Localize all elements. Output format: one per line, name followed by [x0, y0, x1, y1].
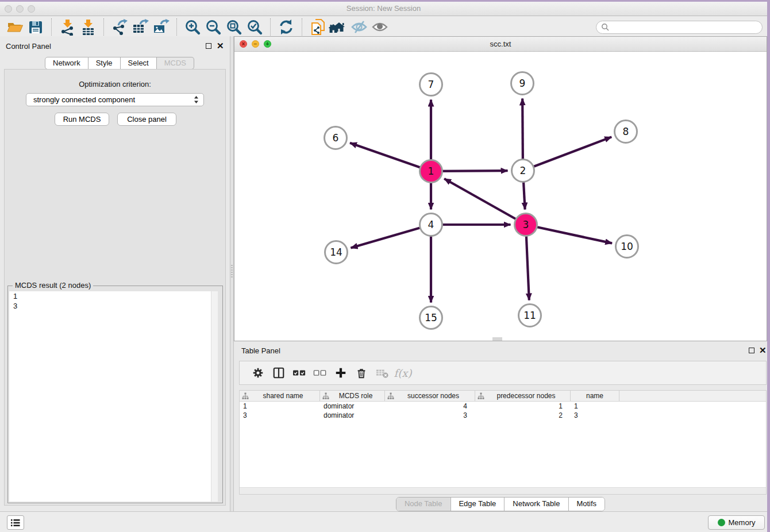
network-file-button[interactable]	[307, 18, 328, 37]
close-panel-icon[interactable]: ✕	[217, 43, 224, 49]
graph-node-7[interactable]: 7	[420, 74, 442, 96]
refresh-button[interactable]	[276, 18, 297, 37]
gear-icon	[252, 367, 264, 379]
table-cell[interactable]: 3	[571, 411, 619, 420]
splitter-grip-icon[interactable]	[231, 265, 233, 279]
graph-edge-2-8[interactable]	[523, 137, 611, 171]
tab-mcds[interactable]: MCDS	[157, 57, 194, 70]
plus-icon	[334, 367, 347, 379]
search-input[interactable]	[613, 23, 757, 32]
delete-table-button[interactable]	[372, 364, 392, 381]
column-header-shared-name[interactable]: shared name	[240, 391, 320, 401]
graph-node-9[interactable]: 9	[511, 72, 534, 95]
graph-edge-1-6[interactable]	[350, 143, 431, 171]
tab-select[interactable]: Select	[121, 57, 157, 70]
export-table-button[interactable]	[130, 18, 151, 37]
show-details-button[interactable]	[369, 18, 390, 37]
table-settings-button[interactable]	[248, 364, 268, 381]
save-session-button[interactable]	[25, 18, 46, 37]
network-maximize-button[interactable]: +	[264, 40, 271, 48]
table-cell[interactable]: 1	[240, 402, 320, 411]
float-panel-icon[interactable]	[206, 43, 211, 49]
graph-node-4[interactable]: 4	[420, 214, 442, 236]
network-graph[interactable]: 7968124314101511	[234, 52, 767, 341]
zoom-selected-button[interactable]	[244, 18, 265, 37]
optimization-criterion-select[interactable]: strongly connected component	[26, 93, 204, 106]
table-cell[interactable]: 4	[385, 402, 475, 411]
table-cell[interactable]: 3	[240, 411, 320, 420]
deselect-all-columns-button[interactable]	[310, 364, 330, 381]
open-session-button[interactable]	[5, 18, 25, 37]
column-header-mcds-role[interactable]: MCDS role	[320, 391, 385, 401]
task-history-button[interactable]	[7, 515, 24, 530]
table-cell[interactable]: dominator	[320, 402, 385, 411]
canvas-resize-grip[interactable]	[492, 337, 502, 341]
close-table-panel-icon[interactable]: ✕	[759, 347, 767, 354]
graph-node-8[interactable]: 8	[615, 121, 637, 143]
graph-node-6[interactable]: 6	[325, 127, 347, 149]
tab-motifs[interactable]: Motifs	[568, 498, 605, 511]
table-hscroll-area[interactable]	[240, 487, 766, 494]
column-header-name[interactable]: name	[571, 391, 619, 401]
tab-network-table[interactable]: Network Table	[504, 498, 568, 511]
table-row[interactable]: 1dominator411	[240, 402, 766, 411]
table-cell[interactable]: dominator	[320, 411, 385, 420]
graph-node-11[interactable]: 11	[519, 304, 541, 327]
mcds-result-list[interactable]: 13	[9, 291, 218, 502]
column-header-predecessor-nodes[interactable]: predecessor nodes	[475, 391, 571, 401]
zoom-fit-button[interactable]	[224, 18, 244, 37]
import-network-button[interactable]	[57, 18, 78, 37]
memory-button[interactable]: Memory	[708, 515, 765, 530]
main-toolbar	[0, 17, 767, 38]
home-view-button[interactable]	[328, 18, 349, 37]
export-network-button[interactable]	[109, 18, 130, 37]
network-close-button[interactable]: ×	[240, 40, 247, 48]
table-cell[interactable]: 1	[571, 402, 619, 411]
zoom-out-icon	[205, 18, 222, 36]
panel-splitter[interactable]	[230, 36, 234, 511]
maximize-window-button[interactable]	[28, 5, 35, 13]
tab-network[interactable]: Network	[45, 57, 88, 70]
show-columns-button[interactable]	[268, 364, 289, 381]
graph-node-2[interactable]: 2	[512, 160, 534, 182]
search-box[interactable]	[596, 21, 763, 34]
float-table-panel-icon[interactable]	[749, 348, 754, 353]
network-window-titlebar[interactable]: × − + scc.txt	[234, 37, 767, 52]
svg-text:11: 11	[523, 310, 536, 321]
graph-edge-3-10[interactable]	[526, 225, 612, 243]
graph-node-3[interactable]: 3	[515, 214, 537, 236]
column-header-successor-nodes[interactable]: successor nodes	[385, 391, 475, 401]
table-row[interactable]: 3dominator323	[240, 411, 766, 420]
zoom-in-button[interactable]	[182, 18, 203, 37]
search-icon	[601, 23, 609, 31]
close-panel-button[interactable]: Close panel	[117, 113, 176, 126]
run-mcds-button[interactable]: Run MCDS	[55, 113, 109, 126]
zoom-out-button[interactable]	[203, 18, 224, 37]
table-cell[interactable]: 2	[475, 411, 571, 420]
tab-node-table[interactable]: Node Table	[396, 498, 451, 511]
graph-node-10[interactable]: 10	[616, 236, 638, 258]
graph-node-1[interactable]: 1	[420, 160, 442, 183]
graph-edge-3-1[interactable]	[444, 179, 526, 225]
network-minimize-button[interactable]: −	[252, 40, 259, 48]
control-panel-tabs: NetworkStyleSelectMCDS	[45, 57, 194, 70]
delete-column-button[interactable]	[351, 364, 372, 381]
export-image-button[interactable]	[151, 18, 171, 37]
close-window-button[interactable]	[5, 5, 12, 13]
import-table-button[interactable]	[78, 18, 98, 37]
graph-node-15[interactable]: 15	[420, 307, 442, 329]
table-cell[interactable]: 3	[385, 411, 475, 420]
result-scrollbar[interactable]	[211, 291, 218, 502]
tab-edge-table[interactable]: Edge Table	[450, 498, 504, 511]
network-canvas[interactable]: 7968124314101511	[234, 52, 767, 341]
graph-edge-4-14[interactable]	[351, 225, 431, 248]
graph-node-14[interactable]: 14	[325, 241, 348, 264]
network-file-icon	[309, 18, 327, 36]
function-builder-button[interactable]: f(x)	[392, 364, 413, 381]
create-column-button[interactable]	[330, 364, 351, 381]
select-all-columns-button[interactable]	[289, 364, 310, 381]
table-cell[interactable]: 1	[475, 402, 571, 411]
tab-style[interactable]: Style	[88, 57, 121, 70]
minimize-window-button[interactable]	[16, 5, 24, 13]
hide-details-button[interactable]	[349, 18, 369, 37]
